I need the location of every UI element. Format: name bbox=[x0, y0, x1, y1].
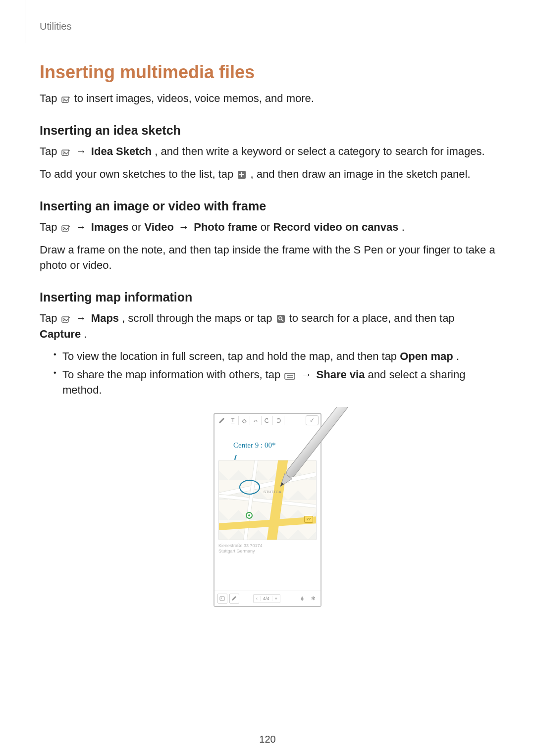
svg-rect-15 bbox=[285, 373, 295, 379]
text: , scroll through the maps or tap bbox=[122, 312, 275, 324]
svg-rect-20 bbox=[341, 407, 348, 407]
text: Tap bbox=[40, 145, 60, 157]
edit-icon bbox=[229, 594, 239, 604]
arrow: → bbox=[76, 312, 90, 324]
section-intro: Tap to insert images, videos, voice memo… bbox=[40, 91, 495, 106]
text: . bbox=[84, 328, 87, 340]
ink-circle bbox=[238, 475, 268, 498]
svg-point-16 bbox=[240, 480, 260, 494]
map-thumbnail: STUTTGA 27 bbox=[218, 460, 317, 540]
map-route-badge: 27 bbox=[304, 516, 313, 523]
emphasis: Photo frame bbox=[194, 221, 257, 233]
text: . bbox=[456, 350, 459, 362]
text: to insert images, videos, voice memos, a… bbox=[74, 92, 314, 104]
undo-icon bbox=[262, 416, 273, 425]
list-item: To view the location in full screen, tap… bbox=[54, 349, 495, 364]
mock-note-area: Center 9 : 00* STUTTGA 27 bbox=[214, 427, 321, 586]
map-marker-icon bbox=[246, 512, 253, 519]
search-icon bbox=[276, 314, 285, 323]
address-line: Kienestraße 33 70174 bbox=[218, 543, 263, 548]
handwriting-text: Center 9 : 00* bbox=[233, 441, 317, 458]
svg-rect-17 bbox=[220, 597, 224, 601]
text: , and then write a keyword or select a c… bbox=[155, 145, 484, 157]
attach-icon bbox=[217, 594, 227, 604]
list-item: To share the map information with others… bbox=[54, 367, 495, 398]
subsection-title: Inserting an idea sketch bbox=[40, 123, 495, 138]
subsection-title: Inserting map information bbox=[40, 290, 495, 304]
eraser-icon bbox=[239, 416, 250, 425]
text: To share the map information with others… bbox=[62, 368, 283, 381]
svg-point-1 bbox=[63, 99, 64, 100]
emphasis: Idea Sketch bbox=[91, 145, 152, 157]
body-paragraph: Tap → Idea Sketch , and then write a key… bbox=[40, 144, 495, 159]
text: to search for a place, and then tap bbox=[289, 312, 455, 324]
arrow: → bbox=[76, 221, 90, 233]
body-paragraph: Draw a frame on the note, and then tap i… bbox=[40, 242, 495, 274]
spen-icon bbox=[298, 594, 307, 603]
svg-point-8 bbox=[63, 227, 64, 228]
plus-icon bbox=[237, 170, 246, 179]
text: or bbox=[261, 221, 273, 233]
manual-page: Utilities Inserting multimedia files Tap… bbox=[0, 0, 535, 756]
mock-bottom-bar: ‹ 4/4 + ✻ bbox=[214, 591, 321, 606]
settings-icon: ✻ bbox=[309, 594, 318, 603]
map-address: Kienestraße 33 70174 Stuttgart Germany bbox=[218, 543, 317, 554]
bullet-list: To view the location in full screen, tap… bbox=[40, 349, 495, 398]
pager-prev: ‹ bbox=[254, 596, 261, 601]
svg-point-5 bbox=[68, 150, 69, 151]
text: Tap bbox=[40, 312, 60, 324]
attach-icon bbox=[61, 96, 70, 103]
text: Tap bbox=[40, 221, 60, 233]
emphasis: Record video on canvas bbox=[273, 221, 398, 233]
svg-point-4 bbox=[63, 151, 64, 153]
shape-icon bbox=[250, 416, 262, 425]
phone-mockup: T ✓ Center 9 : 00* bbox=[214, 413, 321, 607]
illustration: T ✓ Center 9 : 00* bbox=[40, 413, 495, 607]
running-head: Utilities bbox=[40, 21, 495, 32]
address-line: Stuttgart Germany bbox=[218, 549, 255, 554]
text: or bbox=[132, 221, 145, 233]
emphasis: Video bbox=[144, 221, 174, 233]
attach-icon bbox=[61, 315, 70, 323]
svg-rect-13 bbox=[277, 315, 285, 323]
mock-toolbar: T ✓ bbox=[214, 414, 321, 427]
body-paragraph: Tap → Images or Video → Photo frame or R… bbox=[40, 219, 495, 235]
subsection-title: Inserting an image or video with frame bbox=[40, 199, 495, 213]
arrow: → bbox=[178, 221, 192, 233]
text: Tap bbox=[40, 92, 60, 104]
text: To view the location in full screen, tap… bbox=[62, 350, 400, 362]
text: . bbox=[402, 221, 405, 233]
svg-point-12 bbox=[68, 317, 69, 318]
margin-rule bbox=[25, 0, 25, 43]
attach-icon bbox=[61, 224, 70, 232]
arrow: → bbox=[76, 145, 90, 157]
menu-icon bbox=[284, 373, 295, 380]
page-number: 120 bbox=[0, 734, 535, 745]
attach-icon bbox=[61, 149, 70, 156]
confirm-icon: ✓ bbox=[306, 415, 319, 425]
redo-icon bbox=[273, 416, 284, 425]
pager-position: 4/4 bbox=[261, 596, 272, 601]
pager: ‹ 4/4 + bbox=[253, 594, 280, 603]
body-paragraph: To add your own sketches to the list, ta… bbox=[40, 166, 495, 182]
emphasis: Capture bbox=[40, 328, 81, 340]
emphasis: Images bbox=[91, 221, 129, 233]
emphasis: Share via bbox=[317, 368, 365, 381]
text-tool-icon: T bbox=[227, 416, 239, 425]
emphasis: Maps bbox=[91, 312, 119, 324]
pager-add: + bbox=[272, 596, 280, 601]
text: , and then draw an image in the sketch p… bbox=[251, 168, 471, 180]
svg-point-2 bbox=[68, 97, 69, 98]
body-paragraph: Tap → Maps , scroll through the maps or … bbox=[40, 310, 495, 342]
emphasis: Open map bbox=[400, 350, 453, 362]
svg-point-11 bbox=[63, 318, 64, 320]
svg-point-9 bbox=[68, 225, 69, 226]
pen-icon bbox=[216, 415, 227, 426]
section-title: Inserting multimedia files bbox=[40, 62, 495, 83]
svg-point-18 bbox=[221, 598, 222, 599]
arrow: → bbox=[301, 368, 315, 381]
text: To add your own sketches to the list, ta… bbox=[40, 168, 236, 180]
